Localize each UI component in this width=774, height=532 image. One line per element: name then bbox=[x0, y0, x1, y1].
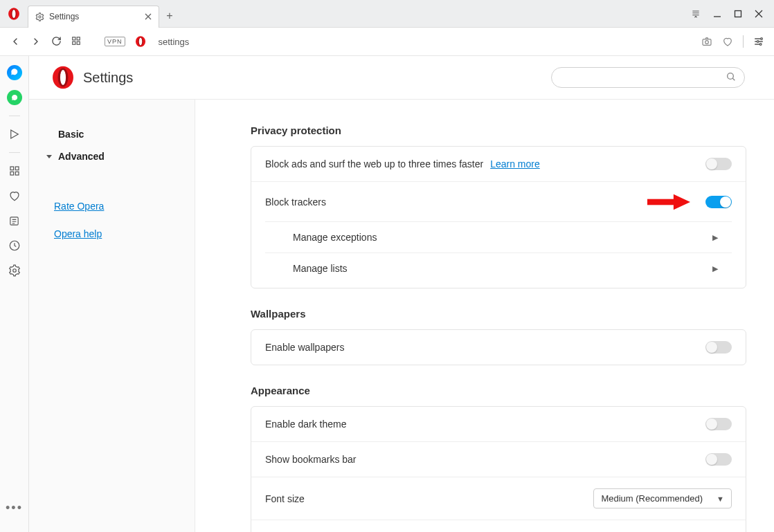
learn-more-link[interactable]: Learn more bbox=[490, 158, 540, 169]
sidebar-item-label: Basic bbox=[58, 129, 84, 140]
annotation-arrow-icon bbox=[647, 193, 690, 211]
toggle-block-ads[interactable] bbox=[705, 158, 732, 170]
new-tab-button[interactable]: + bbox=[159, 10, 180, 22]
svg-point-15 bbox=[757, 41, 759, 43]
svg-rect-19 bbox=[15, 167, 19, 170]
snapshot-icon[interactable] bbox=[701, 36, 712, 47]
section-title-privacy: Privacy protection bbox=[251, 125, 746, 136]
svg-rect-6 bbox=[77, 37, 80, 40]
privacy-card: Block ads and surf the web up to three t… bbox=[251, 146, 746, 288]
row-label: Enable dark theme bbox=[265, 419, 347, 430]
svg-point-16 bbox=[759, 44, 762, 46]
svg-marker-29 bbox=[46, 155, 52, 158]
row-bookmarks-bar: Show bookmarks bar bbox=[251, 442, 746, 477]
opera-icon bbox=[51, 66, 75, 89]
opera-icon bbox=[135, 36, 146, 47]
heart-rail-icon[interactable] bbox=[5, 186, 24, 205]
row-dark-theme: Enable dark theme bbox=[251, 407, 746, 442]
row-label: Block ads and surf the web up to three t… bbox=[265, 158, 483, 169]
svg-marker-31 bbox=[674, 194, 690, 210]
svg-rect-5 bbox=[73, 37, 75, 40]
chevron-down-icon bbox=[46, 153, 53, 160]
row-label: Show bookmarks bar bbox=[265, 454, 357, 465]
rail-more-button[interactable]: ••• bbox=[6, 501, 23, 532]
svg-rect-30 bbox=[647, 199, 675, 205]
news-icon[interactable] bbox=[5, 211, 24, 230]
svg-point-2 bbox=[12, 9, 15, 17]
svg-rect-21 bbox=[15, 172, 19, 175]
svg-point-28 bbox=[728, 73, 734, 80]
page-title: Settings bbox=[83, 70, 133, 86]
svg-point-3 bbox=[39, 15, 41, 17]
page-header: Settings bbox=[29, 56, 774, 100]
row-enable-wallpapers: Enable wallpapers bbox=[251, 330, 746, 365]
content: Settings Basic Advanced Rate Opera Opera… bbox=[29, 56, 774, 532]
forward-button[interactable] bbox=[30, 36, 42, 47]
search-icon[interactable] bbox=[726, 71, 737, 82]
speed-dial-button[interactable] bbox=[71, 36, 81, 47]
easy-setup-icon[interactable] bbox=[753, 36, 764, 47]
section-title-appearance: Appearance bbox=[251, 385, 746, 396]
messenger-icon[interactable] bbox=[5, 63, 24, 82]
svg-rect-8 bbox=[77, 42, 80, 44]
toggle-dark-theme[interactable] bbox=[705, 418, 732, 430]
search-input[interactable] bbox=[551, 67, 745, 88]
wallpapers-card: Enable wallpapers bbox=[251, 329, 746, 365]
heart-icon[interactable] bbox=[722, 36, 733, 47]
row-label: Manage lists bbox=[293, 263, 348, 274]
row-block-trackers: Block trackers bbox=[251, 182, 746, 222]
toggle-enable-wallpapers[interactable] bbox=[705, 341, 732, 354]
gear-icon bbox=[35, 12, 44, 21]
svg-point-13 bbox=[705, 41, 709, 44]
svg-point-24 bbox=[12, 269, 16, 273]
tab-title: Settings bbox=[49, 12, 79, 21]
close-icon[interactable] bbox=[145, 13, 152, 20]
row-manage-exceptions[interactable]: Manage exceptions ▶ bbox=[265, 221, 732, 253]
svg-rect-20 bbox=[10, 172, 14, 175]
maximize-icon[interactable] bbox=[734, 10, 742, 18]
toggle-block-trackers[interactable] bbox=[705, 196, 732, 208]
sidebar-item-advanced[interactable]: Advanced bbox=[43, 145, 185, 167]
row-manage-lists[interactable]: Manage lists ▶ bbox=[265, 253, 732, 284]
row-label: Enable wallpapers bbox=[265, 342, 344, 353]
opera-help-link[interactable]: Opera help bbox=[43, 223, 185, 245]
whatsapp-icon[interactable] bbox=[5, 88, 24, 107]
speed-dial-icon[interactable] bbox=[5, 161, 24, 181]
minimize-icon[interactable] bbox=[713, 10, 721, 18]
row-customize-fonts[interactable]: Customize fonts bbox=[251, 520, 746, 532]
chevron-right-icon: ▶ bbox=[712, 264, 718, 273]
font-size-select[interactable]: Medium (Recommended) ▼ bbox=[593, 488, 732, 508]
appearance-card: Enable dark theme Show bookmarks bar Fon… bbox=[251, 406, 746, 532]
rate-opera-link[interactable]: Rate Opera bbox=[43, 195, 185, 217]
svg-point-27 bbox=[60, 70, 66, 85]
opera-menu-button[interactable] bbox=[0, 0, 28, 28]
sidebar-item-label: Advanced bbox=[58, 151, 105, 162]
tab-settings[interactable]: Settings bbox=[28, 6, 159, 28]
reload-button[interactable] bbox=[51, 36, 62, 47]
main-panel[interactable]: Privacy protection Block ads and surf th… bbox=[195, 100, 774, 532]
titlebar: Settings + bbox=[0, 0, 774, 28]
opera-icon bbox=[8, 8, 20, 20]
play-icon[interactable] bbox=[5, 125, 24, 144]
url-text[interactable]: settings bbox=[159, 37, 190, 47]
workspaces-icon[interactable] bbox=[691, 9, 701, 19]
svg-rect-7 bbox=[73, 42, 75, 44]
select-value: Medium (Recommended) bbox=[601, 493, 703, 504]
row-block-ads: Block ads and surf the web up to three t… bbox=[251, 147, 746, 182]
svg-marker-17 bbox=[10, 130, 18, 138]
section-title-wallpapers: Wallpapers bbox=[251, 308, 746, 320]
svg-rect-12 bbox=[703, 39, 711, 46]
history-icon[interactable] bbox=[5, 236, 24, 255]
close-window-icon[interactable] bbox=[755, 10, 763, 18]
sidebar-item-basic[interactable]: Basic bbox=[43, 123, 185, 145]
row-label: Font size bbox=[265, 493, 305, 504]
back-button[interactable] bbox=[10, 36, 21, 47]
vpn-badge[interactable]: VPN bbox=[105, 37, 125, 46]
svg-rect-18 bbox=[10, 167, 14, 170]
row-label: Block trackers bbox=[265, 196, 326, 208]
settings-rail-icon[interactable] bbox=[5, 261, 24, 280]
settings-sidebar: Basic Advanced Rate Opera Opera help bbox=[29, 100, 195, 532]
chevron-right-icon: ▶ bbox=[712, 233, 718, 242]
row-label: Manage exceptions bbox=[293, 232, 377, 243]
toggle-bookmarks-bar[interactable] bbox=[705, 453, 732, 466]
